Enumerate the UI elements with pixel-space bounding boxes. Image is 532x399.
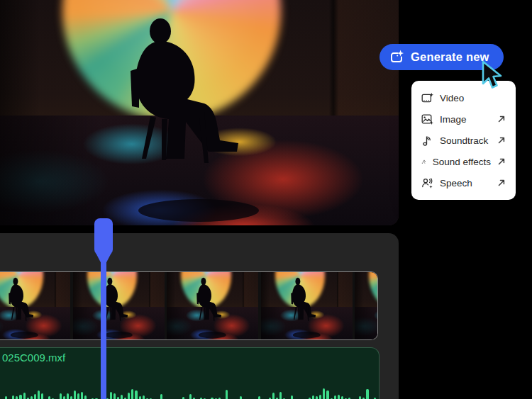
seated-person-silhouette bbox=[355, 272, 378, 339]
video-thumbnail bbox=[261, 272, 353, 339]
generate-new-label: Generate new bbox=[411, 50, 489, 64]
video-thumbnail bbox=[167, 272, 258, 339]
video-track-clip[interactable] bbox=[0, 271, 378, 340]
video-thumbnail bbox=[0, 272, 70, 339]
menu-item-soundtrack[interactable]: Soundtrack bbox=[411, 130, 516, 151]
audio-clip-name: 025C009.mxf bbox=[2, 352, 65, 364]
speech-icon bbox=[421, 177, 433, 189]
menu-item-video[interactable]: Video bbox=[411, 87, 516, 108]
audio-track-clip[interactable]: 025C009.mxf bbox=[0, 347, 379, 399]
external-link-icon bbox=[497, 179, 506, 187]
menu-item-label: Image bbox=[440, 114, 467, 125]
video-scene bbox=[0, 0, 399, 225]
generate-image-sparkle-icon bbox=[389, 50, 404, 64]
menu-item-image[interactable]: Image bbox=[411, 108, 516, 130]
image-icon bbox=[421, 113, 433, 125]
menu-item-label: Soundtrack bbox=[440, 135, 488, 146]
video-scene bbox=[167, 272, 258, 339]
menu-item-sound-effects[interactable]: Sound effects bbox=[411, 151, 516, 172]
video-icon bbox=[421, 92, 433, 104]
thumbnail-row bbox=[0, 272, 377, 339]
playhead-handle[interactable] bbox=[94, 218, 113, 255]
timeline-panel: 00:00:29 00:05:15 bbox=[0, 233, 399, 399]
external-link-icon bbox=[497, 157, 506, 166]
video-scene bbox=[261, 272, 353, 339]
seated-person-silhouette bbox=[261, 272, 353, 339]
seated-person-silhouette bbox=[167, 272, 258, 339]
video-thumbnail bbox=[73, 272, 165, 339]
menu-item-label: Sound effects bbox=[433, 157, 491, 167]
external-link-icon bbox=[497, 115, 506, 123]
generate-menu: Video Image Soundtrack Sound effe bbox=[411, 81, 516, 200]
seated-person-silhouette bbox=[0, 0, 399, 225]
video-scene bbox=[355, 272, 378, 339]
menu-item-label: Video bbox=[440, 93, 464, 103]
external-link-icon bbox=[497, 136, 506, 145]
menu-item-speech[interactable]: Speech bbox=[411, 172, 516, 193]
video-preview-panel bbox=[0, 0, 399, 225]
video-thumbnail bbox=[355, 272, 378, 339]
menu-item-label: Speech bbox=[440, 178, 472, 189]
sound-effects-icon bbox=[421, 156, 426, 168]
video-scene bbox=[73, 272, 165, 339]
generate-new-button[interactable]: Generate new bbox=[379, 44, 504, 70]
audio-waveform bbox=[1, 386, 376, 399]
video-scene bbox=[0, 272, 70, 339]
seated-person-silhouette bbox=[73, 272, 165, 339]
soundtrack-icon bbox=[421, 135, 433, 147]
seated-person-silhouette bbox=[0, 272, 70, 339]
